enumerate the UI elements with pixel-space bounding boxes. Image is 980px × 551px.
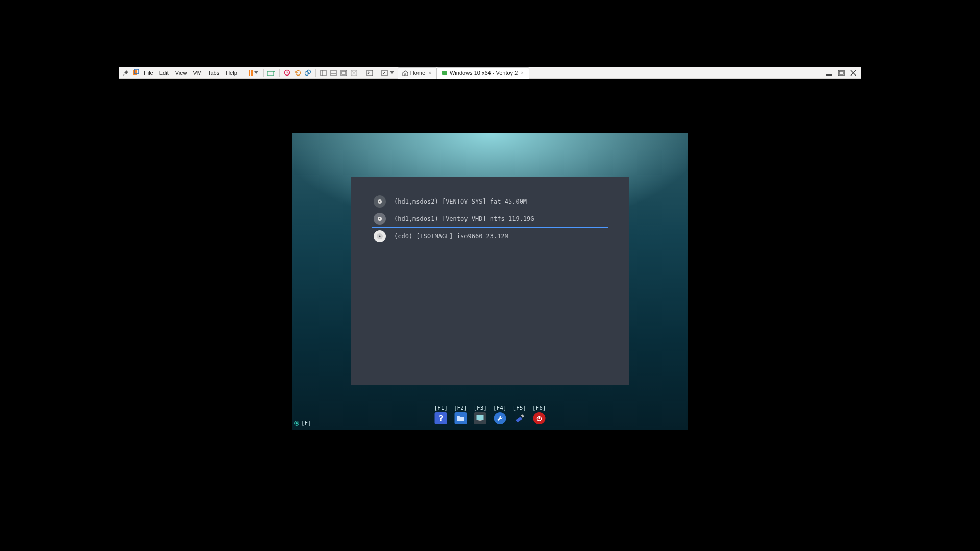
svg-rect-31: [516, 417, 522, 423]
separator: [263, 69, 264, 77]
dock-f5-usb[interactable]: [F5]: [513, 405, 527, 424]
dock-key-label: [F4]: [493, 405, 507, 411]
svg-rect-18: [442, 71, 447, 75]
view-console-icon[interactable]: [329, 68, 338, 78]
dock-f1-help[interactable]: [F1] ?: [434, 405, 448, 424]
menu-view[interactable]: View: [173, 69, 190, 77]
svg-point-26: [379, 218, 380, 219]
home-icon: [402, 70, 408, 76]
dock-f2-files[interactable]: [F2]: [454, 405, 468, 424]
menu-help[interactable]: Help: [223, 69, 240, 77]
svg-rect-22: [839, 71, 843, 74]
svg-rect-7: [321, 70, 326, 76]
svg-point-24: [379, 201, 380, 202]
separator: [243, 69, 243, 77]
vm-tabstrip: Home × Windows 10 x64 - Ventoy 2 ×: [398, 67, 529, 79]
svg-rect-29: [477, 415, 484, 420]
monitor-icon: [474, 412, 486, 424]
maximize-button[interactable]: [838, 70, 845, 76]
tab-home[interactable]: Home ×: [398, 67, 437, 79]
boot-entry[interactable]: (cd0) [ISOIMAGE] iso9660 23.12M: [374, 228, 606, 245]
svg-rect-12: [342, 71, 346, 74]
vmware-window: File Edit View VM Tabs Help: [118, 67, 862, 484]
boot-entry-label: (hd1,msdos1) [Ventoy_VHD] ntfs 119.19G: [394, 215, 534, 222]
window-controls: [825, 70, 859, 76]
dock-key-label: [F6]: [532, 405, 546, 411]
menu-tabs[interactable]: Tabs: [205, 69, 222, 77]
pin-icon[interactable]: [121, 68, 130, 78]
tab-home-label: Home: [410, 70, 425, 76]
boot-menu-panel: (hd1,msdos2) [VENTOY_SYS] fat 45.00M (hd…: [351, 177, 629, 385]
separator: [315, 69, 316, 77]
help-icon: ?: [435, 412, 447, 424]
dock-key-label: [F3]: [474, 405, 487, 411]
dock-f4-tools[interactable]: [F4]: [493, 405, 507, 424]
tab-active-label: Windows 10 x64 - Ventoy 2: [450, 70, 518, 76]
chevron-down-icon: [390, 71, 394, 74]
view-unity-icon[interactable]: [350, 68, 359, 78]
power-icon: [533, 412, 545, 424]
console-icon[interactable]: [365, 68, 375, 78]
svg-rect-9: [331, 70, 336, 76]
dock-key-label: [F5]: [513, 405, 527, 411]
close-icon[interactable]: ×: [520, 70, 525, 76]
dock-key-label: [F1]: [434, 405, 448, 411]
separator: [362, 69, 362, 77]
separator: [378, 69, 378, 77]
view-fullscreen-icon[interactable]: [339, 68, 349, 78]
wrench-icon: [494, 412, 506, 424]
status-text: [F]: [301, 420, 311, 427]
dock-f6-power[interactable]: [F6]: [532, 405, 546, 424]
snapshot-manager-icon[interactable]: [303, 68, 312, 78]
close-icon[interactable]: ×: [427, 70, 432, 76]
status-dot-icon: [294, 421, 299, 426]
boot-entry[interactable]: (hd1,msdos2) [VENTOY_SYS] fat 45.00M: [374, 193, 606, 210]
svg-rect-19: [443, 76, 446, 76]
tab-active-vm[interactable]: Windows 10 x64 - Ventoy 2 ×: [437, 67, 529, 79]
svg-point-28: [379, 235, 380, 237]
view-single-icon[interactable]: [319, 68, 328, 78]
close-button[interactable]: [850, 70, 857, 76]
pause-icon: [249, 70, 253, 76]
guest-viewport: (hd1,msdos2) [VENTOY_SYS] fat 45.00M (hd…: [119, 79, 861, 484]
dock-f3-display[interactable]: [F3]: [474, 405, 487, 424]
dock-key-label: [F2]: [454, 405, 468, 411]
stretch-icon[interactable]: [381, 68, 395, 78]
svg-rect-20: [826, 74, 832, 76]
snapshot-take-icon[interactable]: [283, 68, 292, 78]
menu-file[interactable]: File: [141, 69, 156, 77]
usb-icon: [513, 412, 526, 424]
svg-rect-16: [367, 70, 373, 76]
host-toolbar: File Edit View VM Tabs Help: [119, 67, 861, 79]
vm-icon: [442, 70, 448, 76]
library-icon[interactable]: [131, 68, 140, 78]
hdd-icon: [374, 195, 386, 208]
svg-rect-32: [521, 414, 524, 417]
folder-icon: [454, 412, 467, 424]
function-key-dock: [F1] ? [F2] [F3] [F4]: [434, 405, 546, 424]
svg-rect-30: [479, 420, 482, 421]
chevron-down-icon: [254, 71, 258, 74]
boot-entry-label: (hd1,msdos2) [VENTOY_SYS] fat 45.00M: [394, 198, 527, 205]
menu-edit[interactable]: Edit: [157, 69, 172, 77]
guest-screen: (hd1,msdos2) [VENTOY_SYS] fat 45.00M (hd…: [292, 133, 688, 430]
vm-pause-button[interactable]: [247, 68, 260, 78]
svg-rect-2: [267, 71, 274, 76]
boot-entry[interactable]: (hd1,msdos1) [Ventoy_VHD] ntfs 119.19G: [374, 210, 606, 228]
status-indicator: [F]: [294, 420, 311, 427]
hdd-icon: [374, 213, 386, 225]
menu-vm[interactable]: VM: [190, 69, 204, 77]
snapshot-revert-icon[interactable]: [293, 68, 302, 78]
cd-icon: [374, 230, 386, 242]
separator: [279, 69, 280, 77]
boot-entry-label: (cd0) [ISOIMAGE] iso9660 23.12M: [394, 233, 508, 240]
minimize-button[interactable]: [825, 70, 832, 76]
send-cad-icon[interactable]: [267, 68, 276, 78]
